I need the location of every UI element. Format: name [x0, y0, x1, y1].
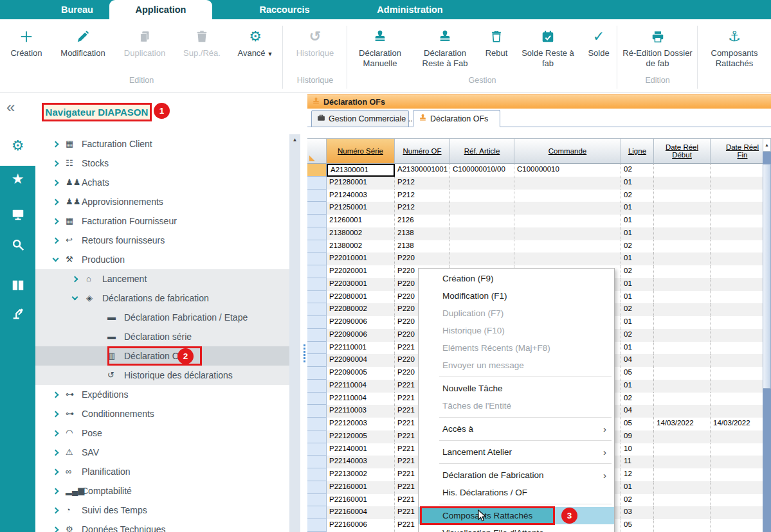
row-selector[interactable]	[307, 430, 327, 443]
row-selector[interactable]	[307, 456, 327, 468]
cell-numero-serie[interactable]: P22020001	[327, 265, 395, 278]
cell-ref-article[interactable]	[450, 190, 514, 202]
table-row-21380002-02[interactable]: 21380002213802	[307, 240, 763, 253]
cell-date-reel-debut[interactable]	[654, 190, 711, 202]
cell-ligne[interactable]: 02	[621, 393, 654, 405]
cell-date-reel-debut[interactable]	[654, 215, 711, 227]
row-selector[interactable]	[307, 291, 327, 304]
cell-numero-serie[interactable]: 21380002	[327, 227, 395, 240]
cell-ligne[interactable]: 01	[621, 202, 654, 215]
cell-date-reel-debut[interactable]	[654, 430, 711, 443]
table-row-P21280001-01[interactable]: P21280001P21201	[307, 177, 763, 190]
cell-date-reel-debut[interactable]	[654, 316, 711, 329]
cell-ligne[interactable]: 10	[621, 443, 654, 456]
column-header-date-reel-debut[interactable]: Date RéelDébut	[654, 138, 711, 164]
sidebar-item-expeditions[interactable]: ⊶Expéditions	[35, 385, 289, 404]
sidebar-item-suivi-des-temps[interactable]: ◔Suivi des Temps	[35, 501, 289, 520]
context-menu-item-modification-f1[interactable]: Modification (F1)	[419, 287, 614, 305]
cell-date-reel-debut[interactable]: 14/03/2022	[654, 418, 711, 430]
collapse-sidebar-button[interactable]: «	[6, 98, 15, 116]
cell-ref-article[interactable]	[450, 253, 514, 265]
cell-numero-serie[interactable]: P22160004	[327, 506, 395, 519]
cell-date-reel-fin[interactable]	[711, 468, 763, 481]
row-selector[interactable]	[307, 278, 327, 291]
cell-numero-serie[interactable]: P22090006	[327, 316, 395, 329]
document-tab-declaration-ofs[interactable]: Déclaration OFs	[413, 110, 500, 127]
cell-commande[interactable]	[514, 227, 621, 240]
row-selector[interactable]	[307, 481, 327, 494]
row-selector[interactable]	[307, 303, 327, 316]
cell-numero-serie[interactable]: P22080001	[327, 291, 395, 304]
cell-date-reel-fin[interactable]	[711, 354, 763, 367]
cell-date-reel-fin[interactable]	[711, 316, 763, 329]
cell-date-reel-debut[interactable]	[654, 177, 711, 190]
cell-date-reel-fin[interactable]	[711, 215, 763, 227]
cell-ligne[interactable]: 05	[621, 367, 654, 380]
chevron-down-icon[interactable]	[72, 294, 78, 301]
context-menu-item-acces-a[interactable]: Accès à›	[419, 420, 614, 438]
sidebar-item-approvisionnements[interactable]: ♟♟Approvisionnements	[35, 192, 289, 211]
cell-date-reel-fin[interactable]	[711, 291, 763, 304]
chevron-down-icon[interactable]	[53, 256, 59, 262]
document-tab-gestion-commerciale[interactable]: Gestion Commerciale ...	[311, 110, 409, 127]
row-selector[interactable]	[307, 405, 327, 418]
row-selector[interactable]	[307, 253, 327, 265]
cell-ligne[interactable]: 01	[621, 227, 654, 240]
cell-numero-serie[interactable]: P22080002	[327, 303, 395, 316]
chevron-right-icon[interactable]	[53, 141, 59, 148]
cell-ref-article[interactable]	[450, 215, 514, 227]
row-selector[interactable]	[307, 202, 327, 215]
row-selector[interactable]	[307, 342, 327, 355]
cell-ligne[interactable]: 02	[621, 190, 654, 202]
cell-numero-serie[interactable]: A21300001	[327, 164, 395, 177]
sidebar-item-donnees-techniques[interactable]: ⚙Données Techniques	[35, 520, 289, 532]
cell-numero-serie[interactable]: P22140001	[327, 443, 395, 456]
cell-date-reel-debut[interactable]	[654, 380, 711, 393]
cell-numero-serie[interactable]: P22160001	[327, 494, 395, 507]
column-header-ref-article[interactable]: Réf. Article	[450, 138, 514, 164]
declaration-manuelle-button[interactable]: Déclaration Manuelle	[348, 27, 412, 69]
rebut-button[interactable]: Rebut	[478, 27, 515, 58]
cell-date-reel-debut[interactable]	[654, 494, 711, 507]
cell-date-reel-fin[interactable]	[711, 519, 763, 532]
context-menu-item-visualisation-file-d-attente[interactable]: Visualisation File d'Attente	[419, 524, 614, 532]
cell-ligne[interactable]: 01	[621, 380, 654, 393]
cell-numero-of[interactable]: 2138	[395, 227, 450, 240]
sidebar-item-lancement[interactable]: ⌂Lancement	[35, 269, 289, 288]
cell-ref-article[interactable]: C100000010/00	[450, 164, 514, 177]
cell-ligne[interactable]: 02	[621, 240, 654, 253]
cell-date-reel-debut[interactable]	[654, 342, 711, 355]
cell-date-reel-fin[interactable]	[711, 380, 763, 393]
cell-date-reel-fin[interactable]: 14/03/2022	[711, 418, 763, 430]
row-selector[interactable]	[307, 240, 327, 253]
cell-ligne[interactable]: 03	[621, 506, 654, 519]
chevron-right-icon[interactable]	[53, 508, 59, 514]
cell-commande[interactable]	[514, 253, 621, 265]
solde-reste-a-fab-button[interactable]: Solde Reste à fab	[515, 27, 581, 69]
menu-tab-application[interactable]: Application	[109, 0, 212, 19]
cell-date-reel-debut[interactable]	[654, 393, 711, 405]
context-menu-item-his-declarations-of[interactable]: His. Déclarations / OF	[419, 484, 614, 501]
row-selector[interactable]	[307, 418, 327, 430]
table-row-A21300001-02[interactable]: A21300001A21300001001C100000010/00C10000…	[307, 164, 763, 177]
cell-ligne[interactable]: 09	[621, 430, 654, 443]
cell-date-reel-fin[interactable]	[711, 405, 763, 418]
context-menu-item-declaration-de-fabrication[interactable]: Déclaration de Fabrication›	[419, 466, 614, 484]
chevron-right-icon[interactable]	[53, 469, 59, 475]
row-selector[interactable]	[307, 164, 327, 177]
cell-ligne[interactable]: 01	[621, 316, 654, 329]
cell-date-reel-debut[interactable]	[654, 354, 711, 367]
chevron-right-icon[interactable]	[53, 199, 59, 206]
cell-date-reel-debut[interactable]	[654, 329, 711, 342]
monitor-icon[interactable]	[0, 206, 35, 224]
cell-numero-serie[interactable]: P22030001	[327, 278, 395, 291]
cell-numero-serie[interactable]: P22090006	[327, 329, 395, 342]
cell-numero-serie[interactable]: P22130002	[327, 468, 395, 481]
cell-date-reel-fin[interactable]	[711, 456, 763, 468]
sidebar-item-pose[interactable]: ◠Pose	[35, 423, 289, 443]
chevron-right-icon[interactable]	[53, 161, 59, 167]
column-header-ligne[interactable]: Ligne	[621, 138, 654, 164]
avance-button[interactable]: ⚙Avancé▼	[230, 27, 281, 59]
cell-ligne[interactable]: 04	[621, 354, 654, 367]
row-selector[interactable]	[307, 367, 327, 380]
